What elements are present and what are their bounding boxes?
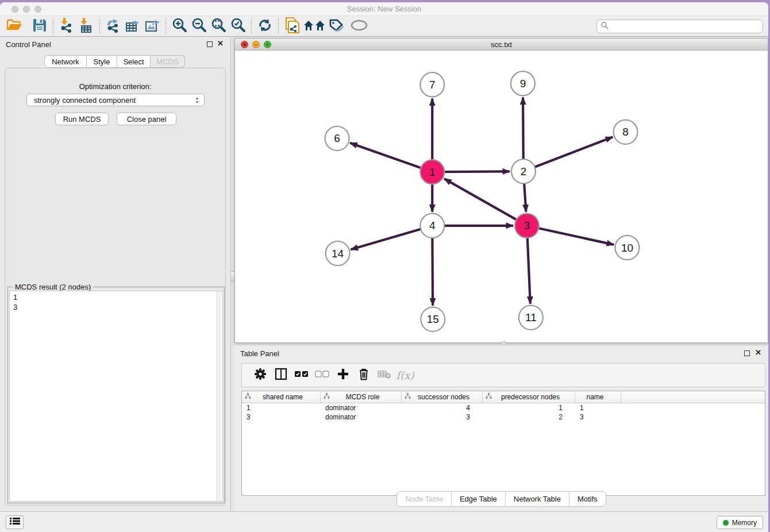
- memory-button[interactable]: Memory: [717, 516, 763, 529]
- result-scrollbar[interactable]: [216, 291, 221, 501]
- tab-style[interactable]: Style: [87, 55, 117, 68]
- cell-1-3[interactable]: 2: [483, 413, 575, 421]
- tag-toggle-button[interactable]: [327, 18, 346, 35]
- edge-2-9[interactable]: [523, 97, 523, 159]
- delete-table-button[interactable]: [374, 366, 395, 384]
- column-header-name[interactable]: name: [575, 391, 621, 403]
- eye-icon: [350, 19, 368, 34]
- hierarchy-icon: [405, 393, 411, 401]
- mcds-result-group: MCDS result (2 nodes) 1 3: [7, 287, 225, 503]
- unselect-all-columns-button[interactable]: [312, 366, 333, 384]
- float-table-panel-icon[interactable]: [744, 350, 750, 356]
- list-icon: [10, 517, 20, 527]
- node-2[interactable]: 2: [511, 159, 536, 183]
- svg-text:4: 4: [429, 219, 436, 232]
- node-3[interactable]: 3: [515, 214, 539, 238]
- network-graph[interactable]: 7968124314101511: [235, 51, 768, 342]
- tab-motifs[interactable]: Motifs: [569, 492, 606, 506]
- toggle-details-button[interactable]: [346, 18, 372, 35]
- close-panel-button[interactable]: Close panel: [117, 113, 176, 125]
- node-7[interactable]: 7: [420, 72, 444, 97]
- open-session-button[interactable]: [5, 18, 24, 35]
- zoom-out-button[interactable]: [189, 18, 209, 35]
- node-6[interactable]: 6: [325, 126, 349, 151]
- column-header-predecessor-nodes[interactable]: predecessor nodes: [483, 391, 575, 403]
- edge-4-15[interactable]: [432, 238, 433, 306]
- table-row[interactable]: 1dominator411: [242, 403, 765, 413]
- edge-3-1[interactable]: [444, 179, 517, 219]
- import-table-button[interactable]: [76, 18, 96, 35]
- export-network-button[interactable]: [103, 18, 123, 35]
- edge-3-11[interactable]: [528, 238, 530, 304]
- cell-0-3[interactable]: 1: [483, 404, 575, 412]
- tab-mcds[interactable]: MCDS: [151, 55, 185, 68]
- search-input[interactable]: [609, 22, 763, 30]
- svg-text:8: 8: [622, 126, 629, 138]
- tab-network[interactable]: Network: [44, 55, 87, 68]
- save-session-button[interactable]: [30, 18, 49, 35]
- table-row[interactable]: 3dominator323: [242, 413, 765, 422]
- node-10[interactable]: 10: [615, 236, 640, 260]
- network-resize-grip[interactable]: [502, 341, 506, 345]
- edge-3-10[interactable]: [538, 228, 614, 245]
- node-8[interactable]: 8: [614, 120, 638, 144]
- edge-1-2[interactable]: [444, 171, 510, 172]
- zoom-in-button[interactable]: [170, 18, 189, 35]
- column-header-MCDS-role[interactable]: MCDS role: [321, 391, 402, 403]
- close-panel-icon[interactable]: ✕: [217, 39, 224, 48]
- cell-0-2[interactable]: 4: [402, 404, 483, 412]
- edge-2-8[interactable]: [534, 137, 613, 167]
- node-11[interactable]: 11: [519, 306, 543, 330]
- zoom-out-icon: [191, 17, 207, 36]
- run-mcds-button[interactable]: Run MCDS: [55, 113, 109, 125]
- node-4[interactable]: 4: [420, 214, 444, 238]
- edge-2-3[interactable]: [524, 183, 526, 211]
- edge-1-6[interactable]: [350, 143, 421, 168]
- close-table-panel-icon[interactable]: ✕: [755, 348, 761, 357]
- create-column-button[interactable]: [333, 366, 353, 384]
- import-network-button[interactable]: [57, 18, 76, 35]
- cell-0-1[interactable]: dominator: [321, 404, 402, 412]
- layout-refresh-icon: [257, 17, 273, 36]
- export-table-button[interactable]: [123, 18, 143, 35]
- tab-select[interactable]: Select: [117, 55, 151, 68]
- cell-1-2[interactable]: 3: [402, 413, 483, 421]
- edge-4-14[interactable]: [351, 229, 421, 250]
- node-9[interactable]: 9: [511, 71, 535, 95]
- delete-column-button[interactable]: [353, 366, 374, 384]
- column-header-successor-nodes[interactable]: successor nodes: [402, 391, 483, 403]
- zoom-selected-button[interactable]: [228, 18, 248, 35]
- layout-refresh-button[interactable]: [255, 18, 275, 35]
- node-14[interactable]: 14: [326, 241, 350, 265]
- cell-1-4[interactable]: 3: [575, 413, 621, 421]
- show-columns-button[interactable]: [271, 366, 291, 384]
- status-bar: Memory: [0, 511, 768, 532]
- table-panel: Table Panel ✕: [234, 346, 768, 511]
- node-table[interactable]: shared nameMCDS rolesuccessor nodesprede…: [241, 391, 765, 496]
- tab-edge-table[interactable]: Edge Table: [452, 492, 506, 506]
- table-settings-button[interactable]: [250, 366, 271, 384]
- function-builder-button[interactable]: f(x): [395, 366, 415, 384]
- cell-1-0[interactable]: 3: [242, 413, 321, 421]
- zoom-fit-button[interactable]: [209, 18, 228, 35]
- cell-1-1[interactable]: dominator: [321, 413, 402, 421]
- column-header-shared-name[interactable]: shared name: [242, 391, 321, 403]
- mcds-result-area[interactable]: 1 3: [9, 291, 223, 502]
- search-field[interactable]: [596, 20, 763, 33]
- first-neighbors-button[interactable]: [302, 18, 327, 35]
- toolbar-separator: [251, 18, 252, 34]
- network-canvas[interactable]: 7968124314101511: [235, 51, 768, 342]
- node-15[interactable]: 15: [421, 307, 445, 331]
- toolbar-separator: [53, 18, 53, 34]
- export-image-button[interactable]: [143, 18, 162, 35]
- criterion-dropdown[interactable]: strongly connected component ▲▼: [26, 94, 205, 106]
- select-all-columns-button[interactable]: [291, 366, 312, 384]
- task-history-button[interactable]: [6, 515, 24, 529]
- node-1[interactable]: 1: [420, 160, 444, 184]
- cell-0-0[interactable]: 1: [242, 404, 321, 412]
- tab-network-table[interactable]: Network Table: [506, 492, 569, 506]
- cell-0-4[interactable]: 1: [575, 404, 621, 412]
- tab-node-table[interactable]: Node Table: [397, 492, 452, 506]
- clone-network-button[interactable]: [282, 18, 302, 35]
- float-panel-icon[interactable]: [207, 41, 213, 47]
